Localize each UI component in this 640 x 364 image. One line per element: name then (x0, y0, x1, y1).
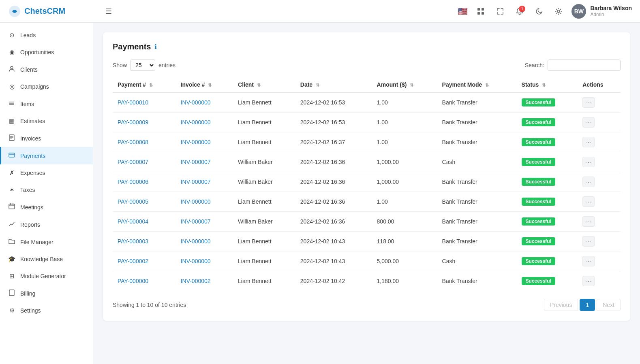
hamburger-button[interactable]: ☰ (105, 7, 112, 16)
payment-link[interactable]: PAY-000002 (118, 258, 148, 264)
invoice-link[interactable]: INV-000000 (181, 99, 211, 106)
sidebar-item-settings[interactable]: ⚙ Settings (0, 302, 93, 319)
sidebar-item-file-manager[interactable]: File Manager (0, 233, 93, 251)
cell-invoice-num: INV-000000 (176, 232, 233, 251)
sort-icon: ⇅ (316, 83, 319, 88)
notifications-icon[interactable]: 1 (513, 5, 526, 18)
payment-link[interactable]: PAY-000008 (118, 139, 148, 145)
sidebar-item-campaigns[interactable]: ◎ Campaigns (0, 78, 93, 95)
invoice-link[interactable]: INV-000000 (181, 119, 211, 126)
cell-payment-mode: Cash (437, 251, 517, 271)
cell-payment-mode: Bank Transfer (437, 92, 517, 113)
payment-link[interactable]: PAY-000009 (118, 119, 148, 126)
cell-invoice-num: INV-000000 (176, 132, 233, 152)
search-input[interactable] (548, 60, 621, 71)
row-actions-button[interactable]: ··· (582, 137, 595, 147)
notification-badge: 1 (519, 6, 525, 12)
invoice-link[interactable]: INV-000007 (181, 159, 211, 165)
table-row: PAY-000008 INV-000000 Liam Bennett 2024-… (113, 132, 621, 152)
sidebar-item-invoices[interactable]: Invoices (0, 130, 93, 147)
dark-mode-icon[interactable] (533, 5, 546, 18)
sidebar-item-clients[interactable]: Clients (0, 61, 93, 78)
col-invoice-num[interactable]: Invoice # ⇅ (176, 77, 233, 92)
sort-icon: ⇅ (542, 83, 546, 88)
cell-actions: ··· (578, 192, 621, 212)
sidebar-item-billing[interactable]: Billing (0, 285, 93, 302)
invoice-link[interactable]: INV-000007 (181, 218, 211, 225)
col-payment-num[interactable]: Payment # ⇅ (113, 77, 176, 92)
sidebar-item-estimates[interactable]: ▦ Estimates (0, 113, 93, 130)
sidebar-item-taxes[interactable]: ✶ Taxes (0, 181, 93, 198)
cell-client: Liam Bennett (233, 113, 295, 132)
invoice-link[interactable]: INV-000000 (181, 198, 211, 205)
cell-date: 2024-12-02 16:53 (295, 113, 372, 132)
language-flag[interactable]: 🇺🇸 (458, 6, 468, 16)
invoice-link[interactable]: INV-000007 (181, 179, 211, 185)
cell-payment-num: PAY-000006 (113, 172, 176, 192)
payment-link[interactable]: PAY-000006 (118, 179, 148, 185)
svg-rect-15 (9, 153, 15, 157)
sidebar-item-module-generator[interactable]: ⊞ Module Generator (0, 268, 93, 285)
previous-button[interactable]: Previous (544, 299, 578, 311)
invoice-link[interactable]: INV-000000 (181, 258, 211, 264)
sidebar-item-knowledge-base[interactable]: 🎓 Knowledge Base (0, 251, 93, 268)
col-client[interactable]: Client ⇅ (233, 77, 295, 92)
next-button[interactable]: Next (597, 299, 621, 311)
row-actions-button[interactable]: ··· (582, 117, 595, 128)
row-actions-button[interactable]: ··· (582, 177, 595, 187)
sidebar-item-items[interactable]: Items (0, 95, 93, 113)
fullscreen-icon[interactable] (494, 5, 507, 18)
logo[interactable]: ChetsCRM (8, 5, 97, 18)
page-1-button[interactable]: 1 (580, 299, 595, 311)
cell-date: 2024-12-02 16:36 (295, 172, 372, 192)
settings-icon[interactable] (552, 5, 565, 18)
apps-icon[interactable] (474, 5, 487, 18)
invoice-link[interactable]: INV-000000 (181, 139, 211, 145)
topbar: ChetsCRM ☰ 🇺🇸 1 BW Barbara Wilson Admin (0, 0, 640, 23)
sidebar-item-leads[interactable]: ⊙ Leads (0, 27, 93, 44)
row-actions-button[interactable]: ··· (582, 196, 595, 207)
sidebar-item-meetings[interactable]: Meetings (0, 198, 93, 216)
table-row: PAY-000009 INV-000000 Liam Bennett 2024-… (113, 113, 621, 132)
user-profile[interactable]: BW Barbara Wilson Admin (572, 4, 632, 19)
row-actions-button[interactable]: ··· (582, 216, 595, 227)
payment-link[interactable]: PAY-000000 (118, 278, 148, 284)
estimates-icon: ▦ (8, 117, 15, 125)
sidebar-item-opportunities[interactable]: ◉ Opportunities (0, 44, 93, 61)
row-actions-button[interactable]: ··· (582, 157, 595, 167)
col-amount[interactable]: Amount ($) ⇅ (372, 77, 437, 92)
svg-rect-4 (477, 12, 480, 15)
payment-link[interactable]: PAY-000003 (118, 238, 148, 245)
cell-date: 2024-12-02 10:43 (295, 251, 372, 271)
entries-per-page-select[interactable]: 10 25 50 100 (130, 60, 155, 71)
invoice-link[interactable]: INV-000002 (181, 278, 211, 284)
cell-status: Successful (517, 152, 578, 172)
show-entries-control: Show 10 25 50 100 entries (113, 60, 176, 71)
row-actions-button[interactable]: ··· (582, 236, 595, 247)
col-date[interactable]: Date ⇅ (295, 77, 372, 92)
table-row: PAY-000005 INV-000000 Liam Bennett 2024-… (113, 192, 621, 212)
row-actions-button[interactable]: ··· (582, 256, 595, 266)
sidebar-item-label: Reports (20, 221, 40, 228)
info-icon[interactable]: ℹ (154, 43, 157, 51)
status-badge: Successful (522, 158, 555, 166)
sidebar-item-payments[interactable]: Payments (0, 147, 93, 164)
row-actions-button[interactable]: ··· (582, 97, 595, 108)
payment-link[interactable]: PAY-000007 (118, 159, 148, 165)
invoice-link[interactable]: INV-000000 (181, 238, 211, 245)
col-status[interactable]: Status ⇅ (517, 77, 578, 92)
payment-link[interactable]: PAY-000004 (118, 218, 148, 225)
status-badge: Successful (522, 198, 555, 206)
payment-link[interactable]: PAY-000010 (118, 99, 148, 106)
payment-link[interactable]: PAY-000005 (118, 198, 148, 205)
sort-icon: ⇅ (485, 83, 489, 88)
sidebar-item-expenses[interactable]: ✗ Expenses (0, 164, 93, 181)
col-payment-mode[interactable]: Payment Mode ⇅ (437, 77, 517, 92)
sidebar-item-label: Invoices (20, 135, 41, 142)
row-actions-button[interactable]: ··· (582, 276, 595, 286)
cell-amount: 1,000.00 (372, 172, 437, 192)
taxes-icon: ✶ (8, 186, 15, 194)
table-row: PAY-000006 INV-000007 William Baker 2024… (113, 172, 621, 192)
svg-rect-5 (482, 12, 484, 15)
sidebar-item-reports[interactable]: Reports (0, 216, 93, 233)
